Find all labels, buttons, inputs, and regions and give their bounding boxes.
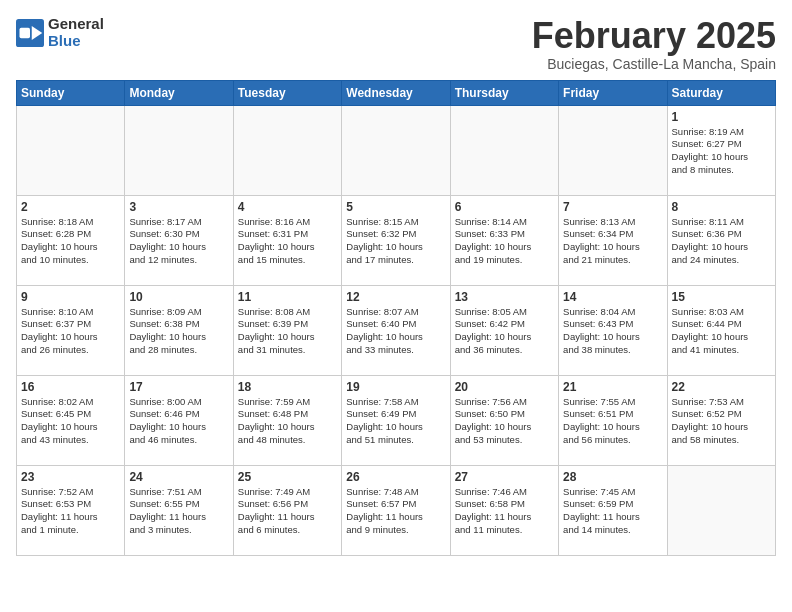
day-number: 17 (129, 380, 228, 394)
day-info: Sunrise: 7:49 AM Sunset: 6:56 PM Dayligh… (238, 486, 337, 537)
calendar-week-row: 16Sunrise: 8:02 AM Sunset: 6:45 PM Dayli… (17, 375, 776, 465)
calendar-cell (450, 105, 558, 195)
day-number: 25 (238, 470, 337, 484)
calendar-week-row: 9Sunrise: 8:10 AM Sunset: 6:37 PM Daylig… (17, 285, 776, 375)
day-info: Sunrise: 8:18 AM Sunset: 6:28 PM Dayligh… (21, 216, 120, 267)
day-number: 14 (563, 290, 662, 304)
day-number: 21 (563, 380, 662, 394)
logo: General Blue (16, 16, 104, 49)
day-number: 28 (563, 470, 662, 484)
day-info: Sunrise: 8:00 AM Sunset: 6:46 PM Dayligh… (129, 396, 228, 447)
calendar-cell (17, 105, 125, 195)
day-number: 13 (455, 290, 554, 304)
day-info: Sunrise: 8:07 AM Sunset: 6:40 PM Dayligh… (346, 306, 445, 357)
day-of-week-header: Sunday (17, 80, 125, 105)
day-info: Sunrise: 8:09 AM Sunset: 6:38 PM Dayligh… (129, 306, 228, 357)
day-of-week-header: Thursday (450, 80, 558, 105)
day-of-week-header: Saturday (667, 80, 775, 105)
day-of-week-header: Monday (125, 80, 233, 105)
calendar-cell (667, 465, 775, 555)
day-info: Sunrise: 8:08 AM Sunset: 6:39 PM Dayligh… (238, 306, 337, 357)
day-number: 9 (21, 290, 120, 304)
day-number: 10 (129, 290, 228, 304)
calendar-cell (342, 105, 450, 195)
calendar-cell: 23Sunrise: 7:52 AM Sunset: 6:53 PM Dayli… (17, 465, 125, 555)
calendar-cell: 9Sunrise: 8:10 AM Sunset: 6:37 PM Daylig… (17, 285, 125, 375)
calendar-cell: 3Sunrise: 8:17 AM Sunset: 6:30 PM Daylig… (125, 195, 233, 285)
calendar-cell (559, 105, 667, 195)
day-info: Sunrise: 8:13 AM Sunset: 6:34 PM Dayligh… (563, 216, 662, 267)
logo-text: General Blue (48, 16, 104, 49)
day-info: Sunrise: 8:14 AM Sunset: 6:33 PM Dayligh… (455, 216, 554, 267)
calendar-cell: 20Sunrise: 7:56 AM Sunset: 6:50 PM Dayli… (450, 375, 558, 465)
calendar-cell: 11Sunrise: 8:08 AM Sunset: 6:39 PM Dayli… (233, 285, 341, 375)
logo-icon (16, 19, 44, 47)
calendar-week-row: 23Sunrise: 7:52 AM Sunset: 6:53 PM Dayli… (17, 465, 776, 555)
day-info: Sunrise: 7:59 AM Sunset: 6:48 PM Dayligh… (238, 396, 337, 447)
day-info: Sunrise: 8:03 AM Sunset: 6:44 PM Dayligh… (672, 306, 771, 357)
calendar-week-row: 2Sunrise: 8:18 AM Sunset: 6:28 PM Daylig… (17, 195, 776, 285)
day-info: Sunrise: 7:56 AM Sunset: 6:50 PM Dayligh… (455, 396, 554, 447)
day-number: 11 (238, 290, 337, 304)
calendar-cell: 10Sunrise: 8:09 AM Sunset: 6:38 PM Dayli… (125, 285, 233, 375)
title-section: February 2025 Buciegas, Castille-La Manc… (532, 16, 776, 72)
calendar-cell: 27Sunrise: 7:46 AM Sunset: 6:58 PM Dayli… (450, 465, 558, 555)
day-info: Sunrise: 8:16 AM Sunset: 6:31 PM Dayligh… (238, 216, 337, 267)
day-info: Sunrise: 8:11 AM Sunset: 6:36 PM Dayligh… (672, 216, 771, 267)
day-info: Sunrise: 7:51 AM Sunset: 6:55 PM Dayligh… (129, 486, 228, 537)
day-info: Sunrise: 7:46 AM Sunset: 6:58 PM Dayligh… (455, 486, 554, 537)
day-number: 24 (129, 470, 228, 484)
day-number: 7 (563, 200, 662, 214)
day-number: 19 (346, 380, 445, 394)
calendar-cell: 5Sunrise: 8:15 AM Sunset: 6:32 PM Daylig… (342, 195, 450, 285)
day-number: 6 (455, 200, 554, 214)
day-number: 12 (346, 290, 445, 304)
calendar-cell (233, 105, 341, 195)
calendar-cell: 1Sunrise: 8:19 AM Sunset: 6:27 PM Daylig… (667, 105, 775, 195)
day-info: Sunrise: 8:15 AM Sunset: 6:32 PM Dayligh… (346, 216, 445, 267)
day-number: 2 (21, 200, 120, 214)
day-of-week-header: Friday (559, 80, 667, 105)
day-number: 26 (346, 470, 445, 484)
day-info: Sunrise: 8:10 AM Sunset: 6:37 PM Dayligh… (21, 306, 120, 357)
day-number: 1 (672, 110, 771, 124)
calendar-cell: 12Sunrise: 8:07 AM Sunset: 6:40 PM Dayli… (342, 285, 450, 375)
day-info: Sunrise: 8:05 AM Sunset: 6:42 PM Dayligh… (455, 306, 554, 357)
day-number: 5 (346, 200, 445, 214)
calendar-cell: 22Sunrise: 7:53 AM Sunset: 6:52 PM Dayli… (667, 375, 775, 465)
day-of-week-header: Tuesday (233, 80, 341, 105)
day-number: 3 (129, 200, 228, 214)
day-of-week-header: Wednesday (342, 80, 450, 105)
day-info: Sunrise: 8:04 AM Sunset: 6:43 PM Dayligh… (563, 306, 662, 357)
day-number: 20 (455, 380, 554, 394)
day-info: Sunrise: 7:52 AM Sunset: 6:53 PM Dayligh… (21, 486, 120, 537)
calendar-cell: 28Sunrise: 7:45 AM Sunset: 6:59 PM Dayli… (559, 465, 667, 555)
day-number: 8 (672, 200, 771, 214)
day-info: Sunrise: 7:55 AM Sunset: 6:51 PM Dayligh… (563, 396, 662, 447)
day-info: Sunrise: 7:58 AM Sunset: 6:49 PM Dayligh… (346, 396, 445, 447)
day-number: 23 (21, 470, 120, 484)
calendar-cell: 13Sunrise: 8:05 AM Sunset: 6:42 PM Dayli… (450, 285, 558, 375)
calendar-cell: 15Sunrise: 8:03 AM Sunset: 6:44 PM Dayli… (667, 285, 775, 375)
svg-rect-2 (20, 27, 31, 38)
calendar-week-row: 1Sunrise: 8:19 AM Sunset: 6:27 PM Daylig… (17, 105, 776, 195)
calendar-table: SundayMondayTuesdayWednesdayThursdayFrid… (16, 80, 776, 556)
calendar-cell: 21Sunrise: 7:55 AM Sunset: 6:51 PM Dayli… (559, 375, 667, 465)
header: General Blue February 2025 Buciegas, Cas… (16, 16, 776, 72)
day-info: Sunrise: 8:17 AM Sunset: 6:30 PM Dayligh… (129, 216, 228, 267)
day-info: Sunrise: 8:19 AM Sunset: 6:27 PM Dayligh… (672, 126, 771, 177)
day-number: 18 (238, 380, 337, 394)
calendar-cell: 8Sunrise: 8:11 AM Sunset: 6:36 PM Daylig… (667, 195, 775, 285)
calendar-cell: 6Sunrise: 8:14 AM Sunset: 6:33 PM Daylig… (450, 195, 558, 285)
calendar-cell: 14Sunrise: 8:04 AM Sunset: 6:43 PM Dayli… (559, 285, 667, 375)
calendar-cell: 7Sunrise: 8:13 AM Sunset: 6:34 PM Daylig… (559, 195, 667, 285)
calendar-cell: 26Sunrise: 7:48 AM Sunset: 6:57 PM Dayli… (342, 465, 450, 555)
day-info: Sunrise: 8:02 AM Sunset: 6:45 PM Dayligh… (21, 396, 120, 447)
calendar-cell: 25Sunrise: 7:49 AM Sunset: 6:56 PM Dayli… (233, 465, 341, 555)
day-info: Sunrise: 7:53 AM Sunset: 6:52 PM Dayligh… (672, 396, 771, 447)
calendar-cell: 17Sunrise: 8:00 AM Sunset: 6:46 PM Dayli… (125, 375, 233, 465)
calendar-cell: 16Sunrise: 8:02 AM Sunset: 6:45 PM Dayli… (17, 375, 125, 465)
day-number: 15 (672, 290, 771, 304)
day-number: 4 (238, 200, 337, 214)
calendar-header-row: SundayMondayTuesdayWednesdayThursdayFrid… (17, 80, 776, 105)
